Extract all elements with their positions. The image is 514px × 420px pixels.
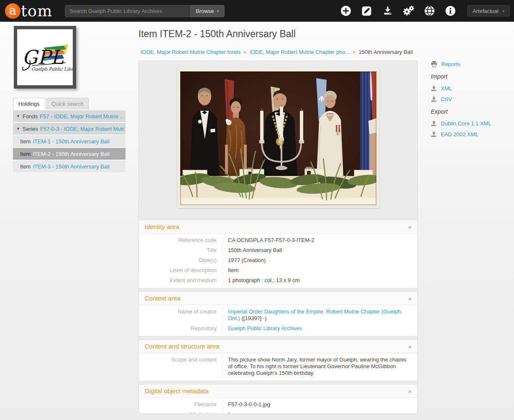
admin-button[interactable] <box>403 5 414 17</box>
field-level-of-description: Level of description Item <box>139 265 417 275</box>
atom-logo-a-icon: a <box>5 3 20 19</box>
import-xml-row: XML <box>431 85 512 92</box>
import-heading: Import <box>431 73 512 80</box>
user-menu-button[interactable]: Artefactual ▾ <box>467 5 510 17</box>
printer-icon <box>431 61 437 67</box>
tab-holdings[interactable]: Holdings <box>13 98 45 109</box>
field-title: Title 150th Anniversary Ball <box>139 245 417 255</box>
tree-item-fonds[interactable]: ▼ Fonds F57 - IODE, Major Robert Mutrie … <box>13 110 125 122</box>
tree-item-3[interactable]: Item ITEM-3 - 150th Anniversary Ball <box>13 160 125 172</box>
tree-item-series[interactable]: ▼ Series F57-0-3 - IODE, Major Robert Mu… <box>13 123 125 135</box>
section-expand-link[interactable]: » <box>408 343 412 350</box>
section-digital-object-metadata: Digital object metadata » Filename F57-0… <box>139 384 417 414</box>
breadcrumb: IODE, Major Robert Mutrie Chapter fonds»… <box>138 49 418 55</box>
field-dates: Date(s) 1977 (Creation) <box>139 255 417 265</box>
caret-down-icon: ▾ <box>217 9 219 13</box>
chevron-down-icon[interactable]: ▼ <box>16 127 23 131</box>
browse-button[interactable]: Browse ▾ <box>190 5 224 17</box>
section-expand-link[interactable]: » <box>408 223 412 230</box>
digital-object-image[interactable] <box>177 69 379 208</box>
tree-item-2-selected[interactable]: Item ITEM-2 - 150th Anniversary Ball <box>13 148 125 160</box>
description-panel: Identity area » Reference code CA OCNGPL… <box>138 61 418 414</box>
field-media-type: Media type Image <box>139 410 417 414</box>
section-title: Identity area <box>145 223 179 230</box>
chevron-down-icon[interactable]: ▼ <box>16 114 23 118</box>
field-filename: Filename F57-0-3-0-0-1.jpg <box>139 400 417 410</box>
field-extent-and-medium: Extent and medium 1 photograph : col.; 1… <box>139 275 417 285</box>
admin-gears-icon <box>403 5 414 16</box>
export-heading: Export <box>431 108 512 115</box>
gpl-logo-image: Inspiration Innovation Information GPL G… <box>17 29 73 85</box>
breadcrumb-current: 150th Anniversary Ball <box>359 49 413 55</box>
language-button[interactable] <box>424 5 435 17</box>
anniversary-ball-photo <box>180 71 376 205</box>
repository-logo[interactable]: Inspiration Innovation Information GPL G… <box>14 26 76 89</box>
import-icon <box>382 5 393 16</box>
field-repository: Repository Guelph Public Library Archive… <box>139 323 417 333</box>
tree-item-link[interactable]: F57 - IODE, Major Robert Mutrie ... <box>40 113 124 120</box>
breadcrumb-separator: » <box>350 49 358 55</box>
section-context-area: Context area » Name of creator Imperial … <box>139 291 417 336</box>
reports-link[interactable]: Reports <box>441 61 460 67</box>
export-dublin-core-link[interactable]: Dublin Core 1.1 XML <box>441 120 491 127</box>
section-title: Digital object metadata <box>145 387 209 395</box>
export-ead-link[interactable]: EAD 2002 XML <box>441 131 478 137</box>
holdings-treeview: ▼ Fonds F57 - IODE, Major Robert Mutrie … <box>13 110 125 172</box>
field-reference-code: Reference code CA OCNGPLA F57-F57-0-3-IT… <box>139 235 417 245</box>
breadcrumb-link-fonds[interactable]: IODE, Major Robert Mutrie Chapter fonds <box>141 49 240 55</box>
language-globe-icon <box>424 5 435 16</box>
add-icon <box>340 5 351 16</box>
sidebar-tabs: Holdings Quick search <box>13 98 125 109</box>
repository-link[interactable]: Guelph Public Library Archives <box>228 325 302 331</box>
left-sidebar: Inspiration Innovation Information GPL G… <box>13 26 125 173</box>
export-dc-row: Dublin Core 1.1 XML <box>431 120 512 127</box>
download-icon <box>431 85 437 92</box>
tree-item-1[interactable]: Item ITEM-1 - 150th Anniversary Ball <box>13 135 125 147</box>
search-input[interactable] <box>65 5 190 17</box>
tree-item-link[interactable]: ITEM-2 - 150th Anniversary Ball <box>33 151 110 157</box>
edit-icon <box>361 6 372 16</box>
field-scope-and-content: Scope and content This picture show Norm… <box>139 355 417 378</box>
top-navbar: a tom Browse ▾ <box>0 0 514 22</box>
info-button[interactable] <box>445 5 456 17</box>
download-icon <box>431 96 437 102</box>
add-button[interactable] <box>340 5 352 17</box>
section-expand-link[interactable]: » <box>408 387 412 395</box>
main-content: Item ITEM-2 - 150th Anniversary Ball IOD… <box>138 25 418 414</box>
field-name-of-creator: Name of creator Imperial Order Daughters… <box>139 307 417 323</box>
export-ead-row: EAD 2002 XML <box>431 131 512 137</box>
breadcrumb-link-series[interactable]: IODE, Major Robert Mutrie Chapter pho... <box>249 49 350 55</box>
import-xml-link[interactable]: XML <box>441 85 452 92</box>
breadcrumb-separator: » <box>240 49 249 55</box>
page-title: Item ITEM-2 - 150th Anniversary Ball <box>138 28 418 40</box>
reports-row: Reports <box>431 61 512 67</box>
caret-down-icon: ▾ <box>502 9 504 13</box>
section-title: Context area <box>145 295 181 302</box>
right-context-menu: Reports Import XML CSV Export Dublin Cor… <box>431 61 512 142</box>
atom-logo[interactable]: a tom <box>5 3 52 19</box>
tree-item-link[interactable]: ITEM-1 - 150th Anniversary Ball <box>33 138 110 145</box>
svg-text:Guelph Public Library: Guelph Public Library <box>31 66 73 72</box>
upload-icon <box>431 131 437 137</box>
import-csv-link[interactable]: CSV <box>441 96 452 102</box>
section-expand-link[interactable]: » <box>408 295 412 302</box>
section-title: Content and structure area <box>145 343 219 350</box>
section-identity-area: Identity area » Reference code CA OCNGPL… <box>139 220 417 288</box>
import-csv-row: CSV <box>431 96 512 102</box>
import-button[interactable] <box>382 5 394 17</box>
upload-icon <box>431 120 437 127</box>
tree-item-link[interactable]: ITEM-3 - 150th Anniversary Ball <box>33 163 110 170</box>
edit-button[interactable] <box>361 5 373 17</box>
section-content-structure-area: Content and structure area » Scope and c… <box>139 339 417 381</box>
tree-item-link[interactable]: F57-0-3 - IODE, Major Robert Mutr... <box>40 126 125 132</box>
info-icon <box>445 5 456 16</box>
tab-quick-search[interactable]: Quick search <box>46 98 89 109</box>
svg-text:GPL: GPL <box>22 46 64 69</box>
